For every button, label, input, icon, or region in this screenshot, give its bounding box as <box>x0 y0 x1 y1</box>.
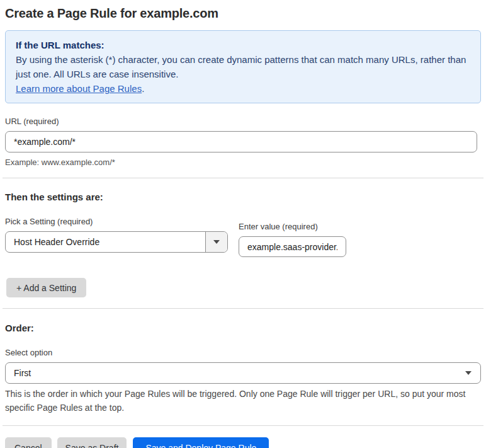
info-box-link-line: Learn more about Page Rules. <box>16 81 470 96</box>
order-section: Order: Select option First This is the o… <box>5 323 481 415</box>
add-setting-button[interactable]: + Add a Setting <box>6 278 86 297</box>
info-box-body: By using the asterisk (*) character, you… <box>16 52 470 81</box>
setting-select-arrow-box <box>205 232 227 252</box>
learn-more-link[interactable]: Learn more about Page Rules <box>16 83 142 94</box>
divider <box>3 178 483 178</box>
url-input[interactable] <box>5 131 477 152</box>
cancel-button[interactable]: Cancel <box>5 437 52 448</box>
setting-value-label: Enter value (required) <box>239 222 346 231</box>
setting-value-column: Enter value (required) <box>239 222 346 257</box>
save-as-draft-button[interactable]: Save as Draft <box>57 437 127 448</box>
order-select-label: Select option <box>5 348 481 357</box>
order-select-value: First <box>6 368 465 378</box>
order-help-text: This is the order in which your Page Rul… <box>5 387 471 415</box>
url-match-info-box: If the URL matches: By using the asteris… <box>5 30 481 103</box>
divider <box>3 308 483 309</box>
settings-section-heading: Then the settings are: <box>5 192 481 202</box>
settings-row: Pick a Setting (required) Host Header Ov… <box>5 217 481 257</box>
info-box-heading: If the URL matches: <box>16 38 470 52</box>
divider <box>3 425 483 426</box>
create-page-rule-form: Create a Page Rule for example.com If th… <box>0 0 486 448</box>
setting-picker-column: Pick a Setting (required) Host Header Ov… <box>5 217 228 257</box>
caret-down-icon <box>465 371 472 375</box>
footer-actions: Cancel Save as Draft Save and Deploy Pag… <box>5 437 481 448</box>
order-select[interactable]: First <box>5 362 481 384</box>
setting-picker-label: Pick a Setting (required) <box>5 217 228 226</box>
order-select-arrow <box>465 371 480 375</box>
url-example-text: Example: www.example.com/* <box>5 158 481 167</box>
setting-select-value: Host Header Override <box>6 237 205 247</box>
order-section-heading: Order: <box>5 323 481 333</box>
caret-down-icon <box>213 240 220 244</box>
setting-value-input[interactable] <box>239 236 346 257</box>
setting-select[interactable]: Host Header Override <box>5 231 228 253</box>
page-title: Create a Page Rule for example.com <box>5 6 481 21</box>
link-suffix: . <box>142 83 144 94</box>
save-and-deploy-button[interactable]: Save and Deploy Page Rule <box>133 437 269 448</box>
url-field-label: URL (required) <box>5 117 481 126</box>
